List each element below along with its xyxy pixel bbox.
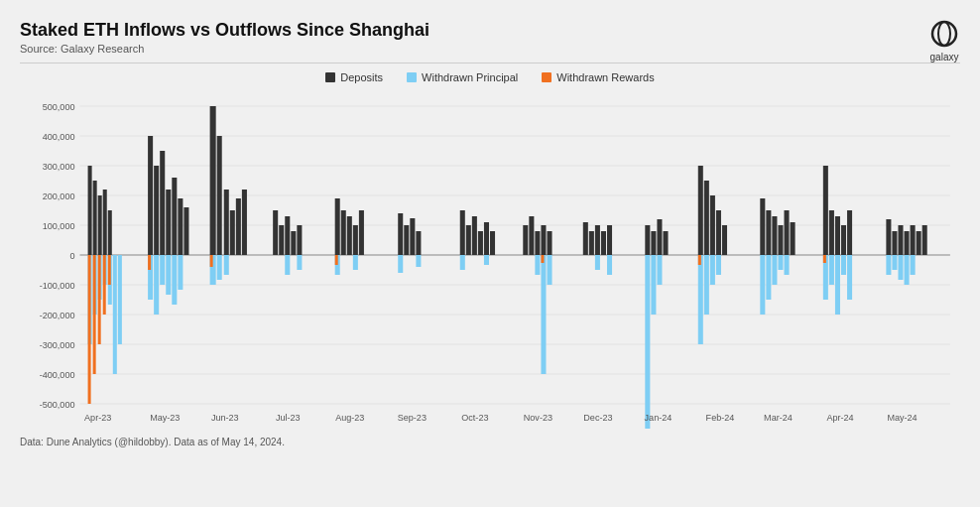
svg-rect-35 xyxy=(178,198,183,255)
svg-rect-115 xyxy=(224,255,229,275)
svg-rect-38 xyxy=(217,136,222,255)
svg-rect-158 xyxy=(335,255,338,265)
svg-rect-109 xyxy=(160,255,165,285)
svg-rect-60 xyxy=(478,231,483,255)
chart-header: Staked ETH Inflows vs Outflows Since Sha… xyxy=(20,20,960,55)
svg-rect-116 xyxy=(285,255,290,275)
svg-rect-93 xyxy=(886,219,891,255)
svg-rect-59 xyxy=(472,216,477,255)
svg-rect-105 xyxy=(113,255,117,374)
svg-rect-110 xyxy=(166,255,171,295)
svg-text:Apr-24: Apr-24 xyxy=(826,413,853,423)
svg-rect-129 xyxy=(645,255,650,429)
svg-rect-119 xyxy=(353,255,358,270)
svg-rect-46 xyxy=(291,231,296,255)
svg-rect-79 xyxy=(710,195,715,255)
svg-text:0: 0 xyxy=(69,251,74,261)
svg-rect-133 xyxy=(704,255,709,315)
svg-rect-82 xyxy=(760,198,765,255)
svg-rect-37 xyxy=(210,106,216,255)
svg-rect-88 xyxy=(823,166,828,255)
svg-rect-55 xyxy=(410,218,415,255)
svg-rect-152 xyxy=(93,255,96,374)
svg-rect-85 xyxy=(778,225,783,255)
svg-rect-51 xyxy=(353,225,358,255)
svg-text:-400,000: -400,000 xyxy=(40,370,75,380)
svg-rect-97 xyxy=(911,225,916,255)
legend-item-withdrawn-rewards: Withdrawn Rewards xyxy=(542,71,654,83)
svg-rect-94 xyxy=(892,231,897,255)
svg-rect-30 xyxy=(148,136,153,255)
svg-rect-41 xyxy=(236,198,241,255)
svg-rect-45 xyxy=(285,216,290,255)
svg-rect-92 xyxy=(847,210,852,255)
svg-text:Sep-23: Sep-23 xyxy=(398,413,427,423)
svg-text:Jan-24: Jan-24 xyxy=(645,413,673,423)
legend-label-withdrawn-rewards: Withdrawn Rewards xyxy=(556,71,654,83)
svg-rect-108 xyxy=(154,255,159,315)
svg-rect-161 xyxy=(823,255,826,263)
svg-rect-146 xyxy=(886,255,891,275)
svg-rect-75 xyxy=(657,219,662,255)
svg-rect-147 xyxy=(892,255,897,270)
svg-rect-36 xyxy=(184,207,188,255)
svg-rect-148 xyxy=(898,255,903,280)
chart-area: 500,000 400,000 300,000 200,000 100,000 … xyxy=(20,91,960,429)
legend-item-deposits: Deposits xyxy=(325,71,383,83)
svg-text:400,000: 400,000 xyxy=(43,132,75,142)
svg-rect-29 xyxy=(108,210,112,255)
svg-text:Jun-23: Jun-23 xyxy=(211,413,239,423)
svg-rect-138 xyxy=(772,255,777,285)
legend-label-withdrawn-principal: Withdrawn Principal xyxy=(422,71,518,83)
header-divider xyxy=(20,63,960,63)
svg-rect-150 xyxy=(911,255,916,275)
svg-rect-99 xyxy=(922,225,927,255)
svg-rect-80 xyxy=(716,210,721,255)
svg-rect-40 xyxy=(230,210,235,255)
svg-rect-65 xyxy=(535,231,540,255)
svg-rect-126 xyxy=(535,255,540,275)
svg-rect-160 xyxy=(698,255,701,265)
svg-text:Mar-24: Mar-24 xyxy=(764,413,793,423)
svg-rect-96 xyxy=(905,231,910,255)
svg-rect-144 xyxy=(841,255,846,275)
svg-text:Jul-23: Jul-23 xyxy=(276,413,301,423)
svg-rect-112 xyxy=(178,255,183,290)
svg-text:100,000: 100,000 xyxy=(43,221,75,231)
svg-rect-106 xyxy=(118,255,122,344)
svg-rect-142 xyxy=(829,255,834,285)
svg-rect-33 xyxy=(166,190,171,255)
svg-rect-145 xyxy=(847,255,852,300)
svg-text:500,000: 500,000 xyxy=(43,102,75,112)
svg-rect-111 xyxy=(172,255,177,305)
svg-rect-57 xyxy=(460,210,465,255)
svg-rect-64 xyxy=(529,216,534,255)
svg-rect-86 xyxy=(785,210,790,255)
svg-rect-43 xyxy=(273,210,278,255)
svg-rect-67 xyxy=(547,231,551,255)
svg-rect-153 xyxy=(98,255,101,344)
svg-rect-44 xyxy=(279,225,284,255)
svg-rect-84 xyxy=(772,216,777,255)
svg-rect-76 xyxy=(663,231,668,255)
svg-rect-135 xyxy=(716,255,721,275)
logo-text: galaxy xyxy=(930,52,959,63)
svg-rect-48 xyxy=(335,198,340,255)
svg-text:300,000: 300,000 xyxy=(43,162,75,172)
svg-rect-159 xyxy=(541,255,544,263)
chart-title: Staked ETH Inflows vs Outflows Since Sha… xyxy=(20,20,960,41)
svg-rect-49 xyxy=(341,210,346,255)
footer-note: Data: Dune Analytics (@hildobby). Data a… xyxy=(20,437,960,447)
svg-rect-122 xyxy=(460,255,465,270)
svg-rect-26 xyxy=(93,181,97,255)
svg-rect-132 xyxy=(698,255,703,344)
svg-rect-73 xyxy=(645,225,650,255)
chart-subtitle: Source: Galaxy Research xyxy=(20,43,960,55)
svg-text:-100,000: -100,000 xyxy=(40,281,75,291)
svg-rect-120 xyxy=(398,255,403,273)
svg-text:May-23: May-23 xyxy=(150,413,180,423)
svg-rect-50 xyxy=(347,216,352,255)
svg-rect-155 xyxy=(108,255,111,285)
svg-text:-500,000: -500,000 xyxy=(40,400,75,410)
legend-label-deposits: Deposits xyxy=(340,71,383,83)
